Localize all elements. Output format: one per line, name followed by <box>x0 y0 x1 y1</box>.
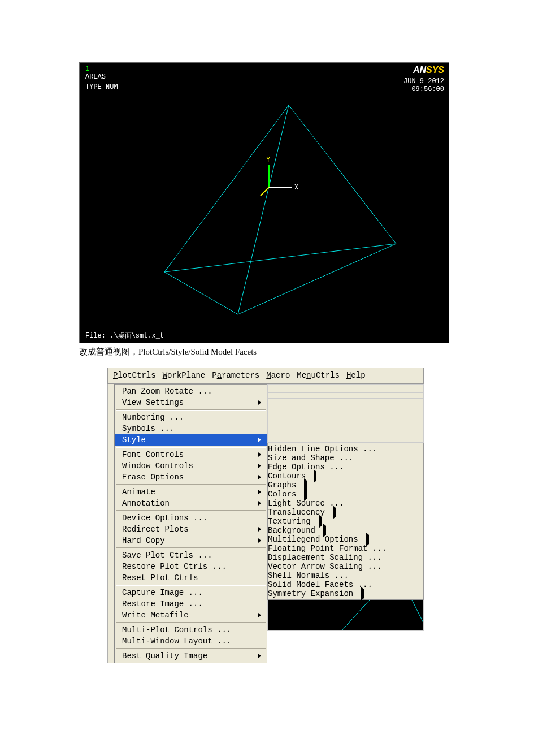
style-item[interactable]: Multilegend Options <box>268 535 423 544</box>
style-item[interactable]: Solid Model Facets ... <box>268 580 423 589</box>
style-item-label: Contours <box>268 472 306 481</box>
plotctrls-item[interactable]: Symbols ... <box>115 423 267 434</box>
svg-line-3 <box>164 244 396 272</box>
style-submenu[interactable]: Hidden Line Options ...Size and Shape ..… <box>267 443 424 600</box>
plotctrls-item[interactable]: Reset Plot Ctrls <box>115 572 267 584</box>
style-item-label: Shell Normals ... <box>268 571 349 580</box>
style-item[interactable]: Hidden Line Options ... <box>268 444 423 453</box>
menu-separator <box>116 585 266 586</box>
plotctrls-item[interactable]: Device Options ... <box>115 512 267 524</box>
style-item[interactable]: Background <box>268 526 423 535</box>
menu-parameters[interactable]: Parameters <box>210 370 261 381</box>
plotctrls-item[interactable]: Write Metafile <box>115 610 267 621</box>
style-item-label: Texturing <box>268 517 311 526</box>
submenu-arrow-icon <box>258 490 261 494</box>
style-item[interactable]: Displacement Scaling ... <box>268 553 423 562</box>
plotctrls-item[interactable]: View Settings <box>115 397 267 408</box>
menu-separator <box>116 547 266 548</box>
plotctrls-item[interactable]: Erase Options <box>115 472 267 483</box>
style-item-label: Hidden Line Options ... <box>268 444 377 453</box>
svg-line-9 <box>341 600 370 631</box>
submenu-arrow-icon <box>258 400 261 405</box>
menu-workplane[interactable]: WorkPlane <box>161 370 207 381</box>
axis-y-label: Y <box>266 156 270 164</box>
viewport-peek <box>267 600 424 631</box>
plotctrls-item-label: Best Quality Image <box>122 651 207 660</box>
plotctrls-item[interactable]: Numbering ... <box>115 412 267 423</box>
menu-separator <box>116 622 266 623</box>
style-item[interactable]: Texturing <box>268 517 423 526</box>
menu-help[interactable]: Help <box>345 370 367 381</box>
caption-text: 改成普通视图，PlotCtrls/Style/Solid Model Facet… <box>79 347 455 357</box>
svg-line-5 <box>238 244 396 314</box>
svg-line-4 <box>164 272 238 314</box>
plotctrls-item-label: Symbols ... <box>122 424 174 433</box>
style-item-label: Vector Arrow Scaling ... <box>268 562 382 571</box>
plotctrls-item-label: Capture Image ... <box>122 588 203 597</box>
plotctrls-item-label: Redirect Plots <box>122 525 189 534</box>
style-item[interactable]: Shell Normals ... <box>268 571 423 580</box>
menu-separator <box>116 484 266 485</box>
plotctrls-dropdown[interactable]: Pan Zoom Rotate ...View SettingsNumberin… <box>115 384 267 663</box>
menu-macro[interactable]: Macro <box>264 370 292 381</box>
submenu-arrow-icon <box>258 501 261 506</box>
menu-separator <box>116 510 266 511</box>
plotctrls-item-label: Save Plot Ctrls ... <box>122 551 212 560</box>
plotctrls-item-label: Style <box>122 435 146 444</box>
plotctrls-item-label: Multi-Plot Controls ... <box>122 625 231 634</box>
plotctrls-item[interactable]: Hard Copy <box>115 535 267 546</box>
submenu-arrow-icon <box>314 469 316 483</box>
wireframe-model: Y X <box>80 63 450 344</box>
menu-menuctrls[interactable]: MenuCtrls <box>295 370 341 381</box>
menu-screenshot: PlotCtrls WorkPlane Parameters Macro Men… <box>107 368 424 663</box>
style-item[interactable]: Floating Point Format ... <box>268 544 423 553</box>
style-item[interactable]: Symmetry Expansion <box>268 589 423 598</box>
menu-plotctrls[interactable]: PlotCtrls <box>111 370 158 381</box>
style-item-label: Background <box>268 526 315 535</box>
plotctrls-item[interactable]: Pan Zoom Rotate ... <box>115 386 267 397</box>
plotctrls-item[interactable]: Save Plot Ctrls ... <box>115 550 267 561</box>
svg-line-1 <box>289 105 396 244</box>
plotctrls-item[interactable]: Redirect Plots <box>115 524 267 535</box>
style-item-label: Multilegend Options <box>268 535 358 544</box>
plotctrls-item-label: Annotation <box>122 499 170 508</box>
plotctrls-item-label: Multi-Window Layout ... <box>122 637 231 646</box>
submenu-arrow-icon <box>361 587 364 601</box>
style-item[interactable]: Edge Options ... <box>268 463 423 472</box>
plotctrls-item[interactable]: Multi-Window Layout ... <box>115 636 267 647</box>
style-item[interactable]: Graphs <box>268 481 423 490</box>
svg-line-10 <box>412 600 423 623</box>
plotctrls-item[interactable]: Best Quality Image <box>115 650 267 662</box>
style-item-label: Graphs <box>268 481 296 490</box>
plotctrls-item[interactable]: Restore Image ... <box>115 598 267 610</box>
plotctrls-item-label: Animate <box>122 487 155 496</box>
svg-line-2 <box>238 105 289 314</box>
style-item[interactable]: Translucency <box>268 508 423 517</box>
ansys-viewport[interactable]: 1 AREAS TYPE NUM ANSYS JUN 9 2012 09:56:… <box>79 62 449 343</box>
plotctrls-item[interactable]: Style <box>115 434 267 446</box>
plotctrls-item[interactable]: Animate <box>115 486 267 498</box>
submenu-arrow-icon <box>333 506 336 519</box>
style-item-label: Translucency <box>268 508 325 517</box>
style-item[interactable]: Colors <box>268 490 423 499</box>
plotctrls-item[interactable]: Capture Image ... <box>115 587 267 598</box>
style-item[interactable]: Light Source ... <box>268 499 423 508</box>
style-item-label: Symmetry Expansion <box>268 589 353 598</box>
plotctrls-item[interactable]: Font Controls <box>115 449 267 460</box>
style-item[interactable]: Contours <box>268 472 423 481</box>
plotctrls-item[interactable]: Restore Plot Ctrls ... <box>115 561 267 572</box>
submenu-arrow-icon <box>258 452 261 457</box>
menubar[interactable]: PlotCtrls WorkPlane Parameters Macro Men… <box>107 368 424 384</box>
style-item[interactable]: Vector Arrow Scaling ... <box>268 562 423 571</box>
style-item[interactable]: Size and Shape ... <box>268 453 423 463</box>
submenu-arrow-icon <box>258 538 261 543</box>
plotctrls-item[interactable]: Annotation <box>115 498 267 509</box>
plotctrls-item[interactable]: Window Controls <box>115 460 267 472</box>
style-item-label: Solid Model Facets ... <box>268 580 372 589</box>
plotctrls-item-label: Restore Plot Ctrls ... <box>122 562 227 571</box>
menu-separator <box>116 409 266 411</box>
menu-separator <box>116 447 266 448</box>
plotctrls-item-label: View Settings <box>122 398 184 407</box>
plotctrls-item[interactable]: Multi-Plot Controls ... <box>115 624 267 636</box>
plotctrls-item-label: Reset Plot Ctrls <box>122 573 198 582</box>
